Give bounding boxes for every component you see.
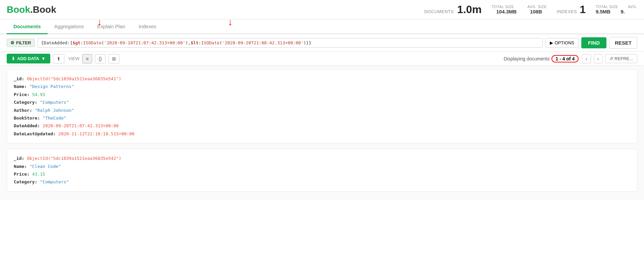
documents-label: DOCUMENTS (424, 9, 454, 14)
tab-documents[interactable]: Documents (7, 19, 48, 34)
indexes-size-group: TOTAL SIZE AVG. 9.5MB 9. (596, 5, 637, 14)
json-icon: {} (99, 56, 102, 61)
view-table-button[interactable]: ⊞ (108, 54, 120, 63)
doc1-name-value: "Design Patterns" (30, 84, 74, 89)
logo-part1: Book (7, 4, 30, 15)
filter-query-text: {DateAdded:{$gt:ISODate('2020-09-18T21:0… (41, 40, 311, 45)
add-data-label: ADD DATA (17, 56, 39, 61)
header-stats: DOCUMENTS 1.0m TOTAL SIZE AVG. SIZE 104.… (424, 3, 637, 16)
app-logo: Book.Book (7, 4, 424, 15)
doc1-id-value: ObjectId("5dc1039a1521eaa36835e541") (27, 76, 121, 81)
doc2-category-label: Category: (14, 179, 40, 184)
doc1-author-row: Author: "Ralph Johnson" (14, 106, 630, 114)
prev-page-button[interactable]: ‹ (582, 54, 591, 63)
doc1-bookstore-row: BookStore: "TheCode" (14, 114, 630, 122)
doc1-author-label: Author: (14, 108, 35, 113)
tab-aggregations[interactable]: Aggregations (48, 19, 91, 34)
doc2-id-label: _id: (14, 156, 27, 161)
filter-input[interactable]: {DateAdded:{$gt:ISODate('2020-09-18T21:0… (38, 38, 543, 48)
indexes-count: 1 (580, 3, 586, 16)
doc2-price-value: 43.15 (32, 172, 45, 177)
download-icon: ⬇ (11, 56, 15, 61)
doc1-name-label: Name: (14, 84, 30, 89)
logo-part2: Book (33, 4, 56, 15)
chevron-left-icon: ‹ (586, 56, 587, 61)
next-page-button[interactable]: › (594, 54, 603, 63)
reset-button[interactable]: RESET (609, 37, 637, 49)
idx-avg-label: AVG. (628, 5, 637, 9)
view-json-button[interactable]: {} (95, 54, 105, 63)
avg-size-value: 108B (530, 9, 542, 14)
add-data-button[interactable]: ⬇ ADD DATA ▼ (7, 54, 50, 63)
doc2-name-label: Name: (14, 164, 30, 169)
export-button[interactable]: ⬆ (53, 54, 64, 63)
doc2-category-value: "Computers" (40, 179, 69, 184)
toolbar: ⬇ ADD DATA ▼ ⬆ VIEW ≡ {} ⊞ Displaying do… (0, 52, 644, 66)
documents-area: _id: ObjectId("5dc1039a1521eaa36835e541"… (0, 66, 644, 200)
doc1-name-row: Name: "Design Patterns" (14, 83, 630, 90)
indexes-stat: INDEXES 1 (557, 3, 586, 16)
display-range-highlighted: 1 - 4 of 4 (551, 55, 579, 62)
doc1-datelastupdated-value: 2020-11-12T22:18:18.515+00:00 (58, 131, 134, 136)
find-button[interactable]: FIND (581, 37, 606, 48)
doc1-id-row: _id: ObjectId("5dc1039a1521eaa36835e541"… (14, 75, 630, 83)
header: Book.Book DOCUMENTS 1.0m TOTAL SIZE AVG.… (0, 0, 644, 19)
size-stat-group: TOTAL SIZE AVG. SIZE 104.3MB 108B (492, 5, 547, 14)
avg-size-label: AVG. SIZE (527, 5, 546, 9)
doc1-category-row: Category: "Computers" (14, 98, 630, 106)
filter-badge[interactable]: ⚙ FILTER (7, 39, 35, 47)
options-arrow-icon: ▶ (550, 40, 553, 45)
document-block-2: _id: ObjectId("5dc1039a1521eaa36835e542"… (7, 149, 637, 192)
options-label: OPTIONS (554, 40, 574, 45)
size-values-row: 104.3MB 108B (496, 9, 542, 14)
doc1-dateadded-value: 2020-09-20T21:07:42.313+00:00 (43, 123, 119, 128)
doc2-name-value: "Clean Code" (30, 164, 61, 169)
tab-explain-plan[interactable]: Explain Plan (91, 19, 132, 34)
refresh-button[interactable]: ↺ REFRE... (605, 54, 637, 63)
doc1-id-label: _id: (14, 76, 27, 81)
doc2-category-row: Category: "Computers" (14, 178, 630, 186)
idx-total-size-label: TOTAL SIZE (596, 5, 618, 9)
doc2-id-value: ObjectId("5dc1039a1521eaa36835e542") (27, 156, 121, 161)
view-list-button[interactable]: ≡ (82, 54, 92, 63)
refresh-icon: ↺ (609, 56, 613, 61)
display-info: Displaying documents 1 - 4 of 4 (504, 55, 579, 62)
doc1-author-value: "Ralph Johnson" (35, 108, 74, 113)
upload-icon: ⬆ (57, 56, 61, 61)
idx-total-size-value: 9.5MB (596, 9, 610, 14)
display-prefix: Displaying documents (504, 56, 549, 61)
tab-indexes[interactable]: Indexes (132, 19, 163, 34)
doc2-name-row: Name: "Clean Code" (14, 163, 630, 170)
doc1-price-value: 54.93 (32, 92, 45, 97)
idx-size-values: 9.5MB 9. (596, 9, 625, 14)
list-icon: ≡ (86, 56, 89, 61)
doc2-id-row: _id: ObjectId("5dc1039a1521eaa36835e542"… (14, 154, 630, 162)
doc1-datelastupdated-row: DateLastUpdated: 2020-11-12T22:18:18.515… (14, 130, 630, 138)
doc1-category-value: "Computers" (40, 100, 69, 105)
documents-stat: DOCUMENTS 1.0m (424, 3, 481, 16)
doc1-price-label: Price: (14, 92, 32, 97)
document-block-1: _id: ObjectId("5dc1039a1521eaa36835e541"… (7, 69, 637, 143)
doc1-bookstore-value: "TheCode" (43, 116, 66, 121)
doc1-price-row: Price: 54.93 (14, 91, 630, 98)
options-button[interactable]: ▶ OPTIONS (545, 38, 579, 48)
doc2-price-row: Price: 43.15 (14, 170, 630, 178)
refresh-label: REFRE... (614, 56, 633, 61)
doc1-dateadded-row: DateAdded: 2020-09-20T21:07:42.313+00:00 (14, 122, 630, 130)
doc1-dateadded-label: DateAdded: (14, 123, 43, 128)
total-size-label: TOTAL SIZE (492, 5, 514, 9)
total-size-value: 104.3MB (496, 9, 517, 14)
size-labels-row: TOTAL SIZE AVG. SIZE (492, 5, 547, 9)
doc1-category-label: Category: (14, 100, 40, 105)
logo-dot: . (30, 4, 33, 15)
doc1-bookstore-label: BookStore: (14, 116, 43, 121)
tabs-bar: Documents Aggregations Explain Plan Inde… (0, 19, 644, 34)
dropdown-arrow-icon: ▼ (41, 56, 46, 61)
filter-label: FILTER (16, 40, 31, 45)
chevron-right-icon: › (597, 56, 599, 61)
table-icon: ⊞ (112, 56, 116, 61)
tabs-section: ↓ ↓ Documents Aggregations Explain Plan … (0, 19, 644, 34)
documents-count: 1.0m (457, 3, 482, 16)
gear-icon: ⚙ (10, 40, 14, 45)
filter-bar: ⚙ FILTER {DateAdded:{$gt:ISODate('2020-0… (0, 34, 644, 52)
